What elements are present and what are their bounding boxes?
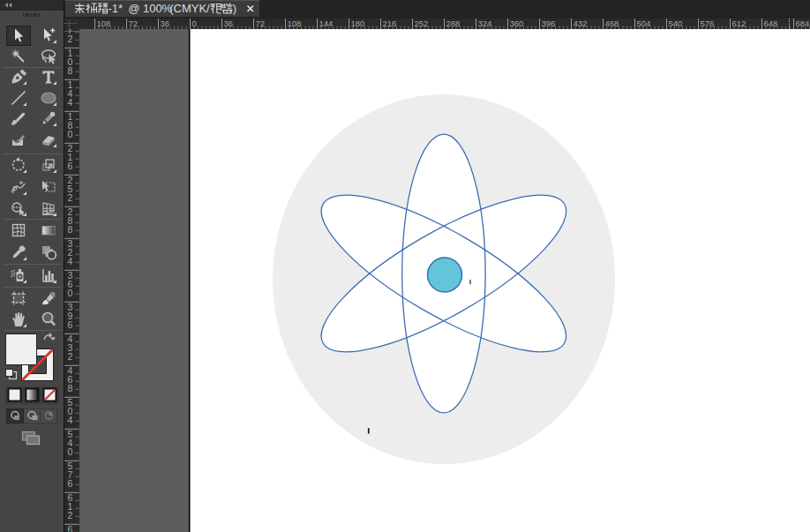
svg-text:8: 8 [68, 224, 73, 235]
svg-text:0: 0 [68, 129, 73, 139]
svg-text:2: 2 [68, 510, 73, 521]
svg-text:8: 8 [68, 383, 73, 393]
svg-text:36: 36 [161, 19, 170, 28]
svg-text:6: 6 [68, 524, 73, 532]
svg-text:4: 4 [68, 415, 73, 425]
svg-text:4: 4 [68, 256, 73, 266]
svg-text:8: 8 [68, 65, 73, 76]
svg-text:72: 72 [256, 19, 266, 28]
svg-text:6: 6 [68, 478, 73, 489]
svg-text:36: 36 [224, 19, 234, 28]
svg-text:0: 0 [68, 288, 73, 298]
svg-text:2: 2 [68, 34, 73, 44]
svg-text:2: 2 [68, 351, 73, 362]
svg-text:2: 2 [68, 192, 73, 203]
svg-text:6: 6 [68, 161, 73, 171]
svg-text:0: 0 [68, 446, 73, 457]
svg-text:4: 4 [68, 97, 73, 108]
svg-text:72: 72 [129, 19, 139, 28]
svg-text:6: 6 [68, 319, 73, 330]
